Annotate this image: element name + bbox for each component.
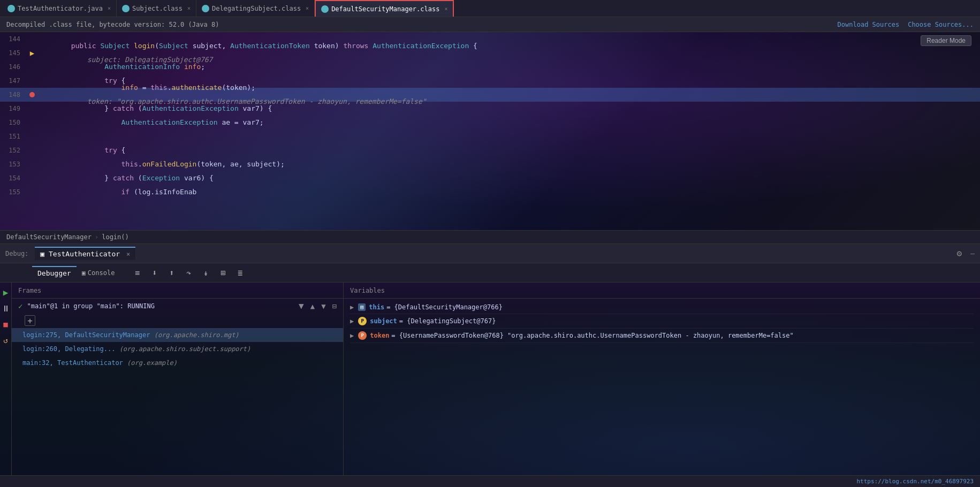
tab-subject[interactable]: Subject.class × bbox=[117, 0, 196, 17]
step-over-button[interactable]: ≡ bbox=[130, 265, 145, 280]
frame-item-2[interactable]: login:260, Delegating... (org.apache.shi… bbox=[12, 342, 343, 356]
tab-console[interactable]: ▣ Console bbox=[78, 267, 119, 279]
status-url: https://blog.csdn.net/m0_46897923 bbox=[856, 478, 974, 485]
thread-dropdown[interactable]: ▼ bbox=[299, 301, 304, 311]
var-value-subject: = {DelegatingSubject@767} bbox=[399, 317, 496, 325]
thread-item[interactable]: ✓ "main"@1 in group "main": RUNNING ▼ ▲ … bbox=[12, 299, 343, 313]
debug-session-close[interactable]: × bbox=[126, 250, 130, 258]
breadcrumb-class[interactable]: DefaultSecurityManager bbox=[6, 233, 92, 241]
var-item-this[interactable]: ▶ ▤ this = {DefaultSecurityManager@766} bbox=[350, 301, 974, 314]
stop-icon[interactable]: ■ bbox=[1, 319, 11, 330]
tab-icon bbox=[122, 5, 130, 12]
line-number: 153 bbox=[0, 161, 27, 168]
line-number: 146 bbox=[0, 63, 27, 71]
tab-label: Subject.class bbox=[132, 5, 183, 12]
code-content: 144 145 ▶ public Subject login(Subject s… bbox=[0, 32, 980, 199]
frames-button[interactable]: ≣ bbox=[232, 265, 247, 280]
line-number: 148 bbox=[0, 91, 27, 98]
debug-tab-icon: ▣ bbox=[40, 250, 44, 258]
status-bar: https://blog.csdn.net/m0_46897923 bbox=[0, 475, 980, 487]
line-number: 154 bbox=[0, 174, 27, 182]
var-item-subject[interactable]: ▶ P subject = {DelegatingSubject@767} bbox=[350, 314, 974, 329]
force-step-into-button[interactable]: ↡ bbox=[198, 265, 213, 280]
debug-panel: ▶ ⏸ ■ ↺ Frames ✓ "main"@1 in group "main… bbox=[0, 283, 980, 487]
thread-name: "main"@1 in group "main": RUNNING bbox=[27, 302, 154, 310]
breadcrumb-separator: › bbox=[95, 233, 98, 241]
breadcrumb-method[interactable]: login() bbox=[102, 233, 129, 241]
rerun-icon[interactable]: ↺ bbox=[1, 335, 11, 346]
var-expand-subject[interactable]: ▶ bbox=[350, 317, 354, 325]
variables-panel: Variables ▶ ▤ this = {DefaultSecurityMan… bbox=[344, 283, 980, 487]
thread-up[interactable]: ▲ bbox=[310, 302, 315, 310]
var-expand-token[interactable]: ▶ bbox=[350, 332, 354, 339]
frame-package: (org.apache.shiro.subject.support) bbox=[119, 345, 251, 353]
debug-toolbar: Debug: ▣ TestAuthenticator × ⚙ – bbox=[0, 244, 980, 263]
code-line-155: 155 if (log.isInfoEnab bbox=[0, 185, 980, 199]
run-to-cursor-button[interactable]: ↷ bbox=[181, 265, 196, 280]
choose-sources-link[interactable]: Choose Sources... bbox=[908, 21, 974, 28]
var-value-token: = {UsernamePasswordToken@768} "org.apach… bbox=[391, 332, 793, 339]
console-tab-label: Console bbox=[88, 269, 115, 277]
frame-method: login:260, Delegating... bbox=[22, 345, 115, 353]
download-sources-link[interactable]: Download Sources bbox=[838, 21, 900, 28]
tab-close[interactable]: × bbox=[306, 5, 309, 11]
frame-package: (org.example) bbox=[127, 359, 177, 367]
frame-item-3[interactable]: main:32, TestAuthenticator (org.example) bbox=[12, 356, 343, 370]
tab-close[interactable]: × bbox=[444, 6, 447, 12]
step-into-button[interactable]: ⬇ bbox=[147, 265, 162, 280]
tab-test-authenticator[interactable]: TestAuthenticator.java × bbox=[2, 0, 117, 17]
code-line-150: 150 AuthenticationException ae = var7; bbox=[0, 116, 980, 130]
tab-close[interactable]: × bbox=[108, 5, 111, 11]
settings-icon[interactable]: ⚙ bbox=[957, 248, 962, 258]
var-value-this: = {DefaultSecurityManager@766} bbox=[386, 303, 503, 311]
tab-icon bbox=[321, 5, 329, 13]
add-frame-button[interactable]: + bbox=[25, 315, 35, 326]
debug-session-tab[interactable]: ▣ TestAuthenticator × bbox=[35, 247, 135, 260]
tab-close[interactable]: × bbox=[187, 5, 191, 11]
tab-delegating-subject[interactable]: DelegatingSubject.class × bbox=[196, 0, 315, 17]
var-type-icon-this: ▤ bbox=[358, 303, 366, 311]
var-item-token[interactable]: ▶ P token = {UsernamePasswordToken@768} … bbox=[350, 329, 974, 343]
info-bar: Decompiled .class file, bytecode version… bbox=[0, 17, 980, 32]
debug-panel-close[interactable]: – bbox=[970, 249, 975, 257]
frame-method: main:32, TestAuthenticator bbox=[22, 359, 123, 367]
code-area: Reader Mode 144 145 ▶ public Subject log… bbox=[0, 32, 980, 230]
thread-filter[interactable]: ⊟ bbox=[332, 302, 337, 310]
debugger-sub-toolbar: Debugger ▣ Console ≡ ⬇ ⬆ ↷ ↡ ⊞ ≣ bbox=[0, 263, 980, 283]
execution-arrow: ▶ bbox=[30, 49, 34, 57]
tab-label: TestAuthenticator.java bbox=[18, 5, 103, 12]
var-name-this: this bbox=[369, 303, 384, 311]
var-badge-subject: P bbox=[358, 317, 367, 325]
var-name-subject: subject bbox=[370, 317, 397, 325]
tab-debugger[interactable]: Debugger bbox=[32, 266, 77, 279]
frame-method: login:275, DefaultSecurityManager bbox=[22, 331, 150, 339]
reader-mode-button[interactable]: Reader Mode bbox=[921, 35, 971, 46]
tab-label: DefaultSecurityManager.class bbox=[331, 5, 439, 13]
line-number: 145 bbox=[0, 49, 27, 57]
frame-item-1[interactable]: login:275, DefaultSecurityManager (org.a… bbox=[12, 328, 343, 342]
evaluate-button[interactable]: ⊞ bbox=[215, 265, 230, 280]
var-expand-this[interactable]: ▶ bbox=[350, 303, 354, 311]
console-icon: ▣ bbox=[82, 269, 86, 277]
frames-panel-header: Frames bbox=[12, 283, 343, 299]
tab-bar: TestAuthenticator.java × Subject.class ×… bbox=[0, 0, 980, 17]
code-text: if (log.isInfoEnab bbox=[37, 171, 980, 213]
tab-icon bbox=[7, 5, 15, 12]
var-badge-token: P bbox=[358, 331, 367, 340]
line-number: 149 bbox=[0, 105, 27, 112]
variables-list: ▶ ▤ this = {DefaultSecurityManager@766} … bbox=[344, 299, 980, 345]
line-number: 144 bbox=[0, 35, 27, 43]
info-bar-links: Download Sources Choose Sources... bbox=[838, 21, 974, 28]
tab-label: DelegatingSubject.class bbox=[212, 5, 301, 12]
line-number: 155 bbox=[0, 188, 27, 196]
breadcrumb-bar: DefaultSecurityManager › login() bbox=[0, 230, 980, 244]
thread-down[interactable]: ▼ bbox=[321, 302, 325, 310]
resume-icon[interactable]: ▶ bbox=[1, 287, 11, 298]
info-bar-text: Decompiled .class file, bytecode version… bbox=[6, 21, 219, 28]
step-out-button[interactable]: ⬆ bbox=[164, 265, 179, 280]
var-name-token: token bbox=[370, 332, 389, 339]
pause-icon[interactable]: ⏸ bbox=[1, 303, 11, 314]
tab-icon bbox=[202, 5, 209, 12]
debugger-tab-label: Debugger bbox=[37, 269, 71, 277]
tab-default-security-manager[interactable]: DefaultSecurityManager.class × bbox=[315, 0, 454, 17]
